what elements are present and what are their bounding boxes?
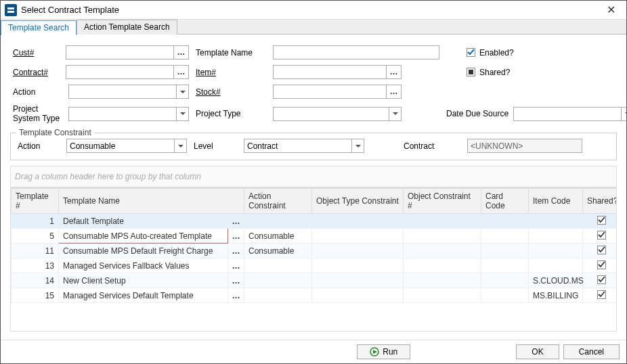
cell-object-constraint-num [404,244,481,258]
cust-lookup[interactable]: … [66,45,189,60]
tab-action-template-search[interactable]: Action Template Search [77,20,177,35]
button-bar: Run OK Cancel [1,340,626,363]
cell-object-constraint-num [404,229,481,244]
cell-item-code [529,229,583,244]
cell-item-code: S.CLOUD.MS [529,273,583,288]
row-browse-button[interactable]: … [228,229,244,244]
cell-template-name: Default Template [59,214,228,229]
col-template-name[interactable]: Template Name [59,189,244,214]
constraint-level-select[interactable] [244,139,364,153]
cell-action-constraint [244,288,312,303]
cell-object-constraint-num [404,258,481,273]
cancel-button[interactable]: Cancel [563,344,620,359]
col-object-type-constraint[interactable]: Object Type Constraint [312,189,404,214]
action-input[interactable] [69,87,176,97]
stock-input[interactable] [274,87,386,97]
col-action-constraint[interactable]: Action Constraint [244,189,312,214]
constraint-contract-display [467,139,582,153]
cell-shared[interactable] [583,288,617,303]
grid-header-row: Template # Template Name Action Constrai… [12,189,618,214]
cell-shared[interactable] [583,258,617,273]
table-row[interactable]: 1Default Template… [12,214,618,229]
cell-object-type-constraint [312,288,404,303]
contract-input[interactable] [66,68,173,77]
cell-object-constraint-num [404,288,481,303]
table-row[interactable]: 15Managed Services Default Template…MS.B… [12,288,618,303]
stock-browse-button[interactable]: … [386,85,401,98]
cell-template-name: Managed Services Fallback Values [59,258,228,273]
contract-lookup[interactable]: … [66,65,189,79]
proj-type-dropdown-button[interactable] [389,108,401,120]
label-item: Item# [196,68,270,77]
tab-template-search[interactable]: Template Search [1,20,77,35]
ok-button[interactable]: OK [516,344,559,359]
proj-type-input[interactable] [274,109,389,118]
cell-object-type-constraint [312,214,404,229]
row-browse-button[interactable]: … [228,214,244,229]
constraint-level-dropdown-button[interactable] [351,139,364,152]
stock-lookup[interactable]: … [273,85,402,99]
enabled-checkbox[interactable] [467,48,475,57]
constraint-action-dropdown-button[interactable] [174,139,186,152]
dialog-select-contract-template: Select Contract Template ✕ Template Sear… [0,0,627,364]
proj-type-select[interactable] [273,107,402,121]
run-button[interactable]: Run [357,344,410,359]
action-select[interactable] [68,85,189,99]
table-row[interactable]: 11Consumable MPS Default Freight Charge…… [12,244,618,258]
contract-browse-button[interactable]: … [173,66,188,78]
proj-sys-type-select[interactable] [68,107,189,121]
date-due-source-input[interactable] [514,109,621,118]
cell-card-code [481,214,529,229]
label-constraint-action: Action [18,141,64,151]
date-due-source-dropdown-button[interactable] [621,108,626,120]
row-browse-button[interactable]: … [228,258,244,273]
cust-browse-button[interactable]: … [173,46,188,59]
grid-group-panel[interactable]: Drag a column header here to group by th… [10,166,617,187]
cell-shared[interactable] [583,244,617,258]
constraint-legend: Template Constraint [16,128,94,137]
date-due-source-select[interactable] [513,107,626,121]
cell-shared[interactable] [583,273,617,288]
close-button[interactable]: ✕ [599,3,622,16]
col-card-code[interactable]: Card Code [481,189,529,214]
item-lookup[interactable]: … [273,65,402,79]
col-shared[interactable]: Shared? [583,189,617,214]
proj-sys-type-dropdown-button[interactable] [176,108,188,120]
row-browse-button[interactable]: … [228,288,244,303]
col-item-code[interactable]: Item Code [529,189,583,214]
cell-object-type-constraint [312,273,404,288]
table-row[interactable]: 13Managed Services Fallback Values… [12,258,618,273]
cell-action-constraint [244,258,312,273]
shared-checkbox[interactable] [467,68,475,76]
search-form: Cust# … Template Name Enabled? Contract# [10,41,617,130]
cell-card-code [481,229,529,244]
label-constraint-level: Level [194,141,241,151]
item-input[interactable] [274,68,386,77]
cust-input[interactable] [66,48,173,58]
constraint-level-input[interactable] [244,141,351,151]
table-row[interactable]: 14New Client Setup…S.CLOUD.MS [12,273,618,288]
label-template-name: Template Name [196,48,270,58]
results-grid: Template # Template Name Action Constrai… [10,187,617,332]
table-row[interactable]: 5Consumable MPS Auto-created Template…Co… [12,229,618,244]
item-browse-button[interactable]: … [386,66,401,78]
col-template-num[interactable]: Template # [12,189,59,214]
cell-action-constraint [244,214,312,229]
template-name-input[interactable] [274,48,439,58]
svg-rect-0 [7,7,14,9]
constraint-action-select[interactable] [66,139,187,153]
col-object-constraint-num[interactable]: Object Constraint # [404,189,481,214]
titlebar: Select Contract Template ✕ [1,1,626,20]
cell-object-type-constraint [312,229,404,244]
cell-object-constraint-num [404,273,481,288]
cell-shared[interactable] [583,214,617,229]
action-dropdown-button[interactable] [176,85,188,98]
cell-shared[interactable] [583,229,617,244]
cell-template-num: 14 [12,273,59,288]
constraint-action-input[interactable] [67,141,174,151]
row-browse-button[interactable]: … [228,244,244,258]
cell-card-code [481,258,529,273]
row-browse-button[interactable]: … [228,273,244,288]
cell-object-type-constraint [312,244,404,258]
proj-sys-type-input[interactable] [69,109,176,118]
